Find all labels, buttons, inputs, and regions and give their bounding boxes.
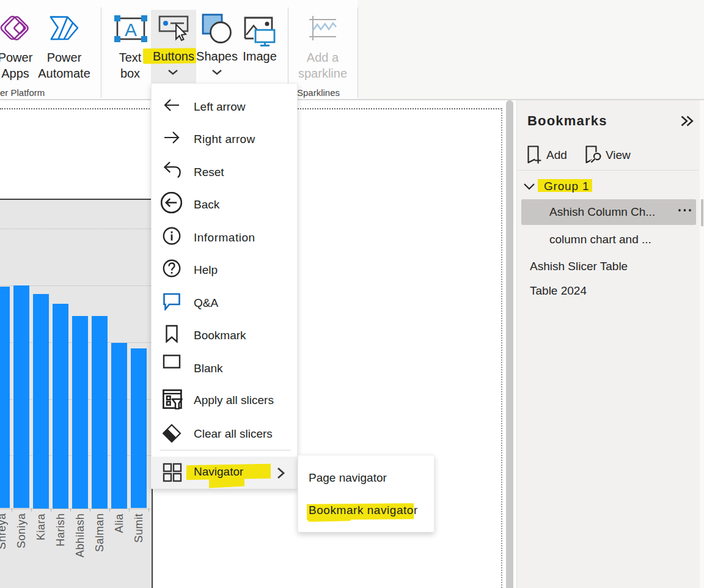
svg-text:A: A — [125, 20, 137, 40]
